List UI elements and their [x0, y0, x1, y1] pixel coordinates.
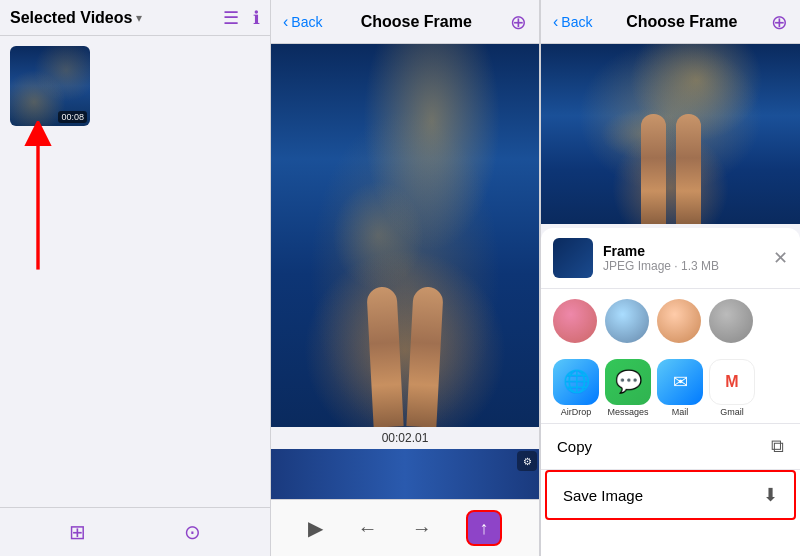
share-button[interactable]: ↑ [466, 510, 502, 546]
mail-label: Mail [672, 407, 689, 417]
copy-label: Copy [557, 438, 592, 455]
forward-circle-icon[interactable]: ⊕ [510, 10, 527, 34]
right-leg [406, 286, 443, 427]
apps-row: 🌐 AirDrop 💬 Messages ✉ Mail M Gmail [541, 353, 800, 424]
filmstrip-bar[interactable]: ⚙ [271, 449, 539, 499]
contact-avatar-2[interactable] [605, 299, 649, 343]
camera-icon[interactable]: ⊙ [184, 520, 201, 544]
airdrop-icon[interactable]: 🌐 [553, 359, 599, 405]
gmail-icon[interactable]: M [709, 359, 755, 405]
share-sheet: Frame JPEG Image · 1.3 MB ✕ 🌐 AirDrop 💬 … [541, 228, 800, 556]
contact-avatar-1[interactable] [553, 299, 597, 343]
messages-app[interactable]: 💬 Messages [605, 359, 651, 417]
filmstrip-settings-icon[interactable]: ⚙ [517, 451, 537, 471]
prev-frame-button[interactable]: ← [357, 517, 377, 540]
right-panel: ‹ Back Choose Frame ⊕ Frame JPEG Image ·… [540, 0, 800, 556]
airdrop-label: AirDrop [561, 407, 592, 417]
right-legs [636, 114, 706, 224]
right-back-label: Back [561, 14, 592, 30]
thumbnail-area: 00:08 [0, 36, 270, 507]
save-image-action-row[interactable]: Save Image ⬇ [545, 470, 796, 520]
left-header-icons: ☰ ℹ [223, 7, 260, 29]
copy-icon: ⧉ [771, 436, 784, 457]
middle-back-label: Back [291, 14, 322, 30]
back-chevron-icon: ‹ [553, 13, 558, 31]
share-sheet-header: Frame JPEG Image · 1.3 MB ✕ [541, 228, 800, 289]
folder-icon[interactable]: ⊞ [69, 520, 86, 544]
mail-app[interactable]: ✉ Mail [657, 359, 703, 417]
mail-icon[interactable]: ✉ [657, 359, 703, 405]
save-image-label: Save Image [563, 487, 643, 504]
gmail-label: Gmail [720, 407, 744, 417]
middle-header: ‹ Back Choose Frame ⊕ [271, 0, 539, 44]
selected-videos-title: Selected Videos [10, 9, 132, 27]
right-video-preview [541, 44, 800, 224]
play-button[interactable]: ▶ [308, 516, 323, 540]
left-bottom-toolbar: ⊞ ⊙ [0, 507, 270, 556]
right-panel-title: Choose Frame [626, 13, 737, 31]
middle-panel-title: Choose Frame [361, 13, 472, 31]
share-close-button[interactable]: ✕ [773, 247, 788, 269]
menu-icon[interactable]: ☰ [223, 7, 239, 29]
copy-action-row[interactable]: Copy ⧉ [541, 424, 800, 470]
share-file-info: Frame JPEG Image · 1.3 MB [603, 243, 763, 273]
right-right-leg [676, 114, 701, 224]
contacts-row [541, 289, 800, 353]
messages-label: Messages [607, 407, 648, 417]
right-forward-icon[interactable]: ⊕ [771, 10, 788, 34]
legs-silhouette [365, 287, 445, 427]
bottom-controls: ▶ ← → ↑ [271, 499, 539, 556]
middle-video-preview [271, 44, 539, 427]
video-timestamp: 00:02.01 [271, 427, 539, 449]
video-duration: 00:08 [58, 111, 87, 123]
left-header: Selected Videos ▾ ☰ ℹ [0, 0, 270, 36]
middle-panel: ‹ Back Choose Frame ⊕ 00:02.01 ⚙ ▶ ← → ↑ [270, 0, 540, 556]
next-frame-button[interactable]: → [412, 517, 432, 540]
share-file-thumbnail [553, 238, 593, 278]
info-icon[interactable]: ℹ [253, 7, 260, 29]
save-icon: ⬇ [763, 484, 778, 506]
middle-back-button[interactable]: ‹ Back [283, 13, 322, 31]
chevron-down-icon[interactable]: ▾ [136, 11, 142, 25]
right-left-leg [641, 114, 666, 224]
video-thumbnail[interactable]: 00:08 [10, 46, 90, 126]
left-leg [366, 286, 403, 427]
contact-avatar-3[interactable] [657, 299, 701, 343]
airdrop-app[interactable]: 🌐 AirDrop [553, 359, 599, 417]
back-chevron-icon: ‹ [283, 13, 288, 31]
right-header: ‹ Back Choose Frame ⊕ [541, 0, 800, 44]
share-file-size: JPEG Image · 1.3 MB [603, 259, 763, 273]
gmail-app[interactable]: M Gmail [709, 359, 755, 417]
messages-icon[interactable]: 💬 [605, 359, 651, 405]
right-back-button[interactable]: ‹ Back [553, 13, 592, 31]
contact-avatar-4[interactable] [709, 299, 753, 343]
share-file-name: Frame [603, 243, 763, 259]
share-icon: ↑ [479, 518, 488, 539]
left-panel: Selected Videos ▾ ☰ ℹ 00:08 ⊞ ⊙ [0, 0, 270, 556]
arrow-annotation [18, 121, 58, 281]
